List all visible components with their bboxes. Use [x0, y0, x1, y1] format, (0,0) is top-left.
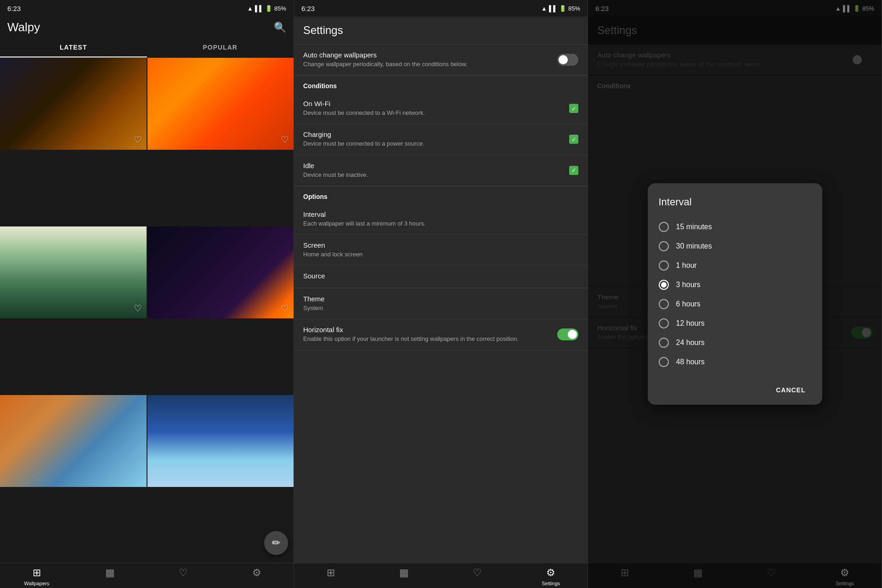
horizontal-fix-desc: Enable this option if your launcher is n…	[303, 335, 519, 343]
status-icons-1: ▲ ▌▌ 🔋 85%	[247, 5, 286, 12]
auto-change-section: Auto change wallpapers Change wallpaper …	[294, 44, 588, 75]
idle-checkbox[interactable]: ✓	[569, 166, 578, 175]
tab-bar: LATEST POPULAR	[0, 38, 294, 58]
nav-wallpapers-label: Wallpapers	[24, 581, 50, 586]
status-bar-1: 6:23 ▲ ▌▌ 🔋 85%	[0, 0, 294, 17]
wallpaper-item[interactable]: ♡	[0, 226, 147, 318]
collections-icon-2: ▦	[399, 567, 409, 579]
settings-icon-2: ⚙	[546, 567, 555, 579]
wallpapers-icon: ⊞	[33, 567, 41, 579]
dialog-title: Interval	[659, 196, 811, 208]
idle-condition-item[interactable]: Idle Device must be inactive. ✓	[294, 155, 588, 186]
wallpaper-item[interactable]: ♡	[0, 58, 147, 150]
source-title: Source	[303, 272, 578, 280]
radio-circle-48hours	[659, 357, 669, 367]
interval-dialog: Interval 15 minutes 30 minutes 1 hour 3 …	[648, 183, 822, 405]
signal-icon: ▌▌	[549, 5, 557, 12]
status-icons-2: ▲ ▌▌ 🔋 85%	[541, 5, 580, 12]
radio-label-3hours: 3 hours	[676, 281, 701, 289]
idle-condition-title: Idle	[303, 162, 368, 170]
interval-desc: Each wallpaper will last a minimum of 3 …	[303, 220, 578, 228]
favorite-icon[interactable]: ♡	[134, 303, 142, 314]
idle-condition-desc: Device must be inactive.	[303, 171, 368, 179]
radio-15min[interactable]: 15 minutes	[659, 217, 811, 237]
radio-12hours[interactable]: 12 hours	[659, 314, 811, 333]
horizontal-fix-item[interactable]: Horizontal fix Enable this option if you…	[294, 319, 588, 350]
radio-3hours[interactable]: 3 hours	[659, 275, 811, 294]
nav-collections-2[interactable]: ▦	[368, 567, 441, 586]
charging-condition-title: Charging	[303, 130, 424, 138]
nav-settings-label-2: Settings	[542, 581, 560, 586]
radio-6hours[interactable]: 6 hours	[659, 294, 811, 314]
horizontal-fix-title: Horizontal fix	[303, 326, 519, 334]
radio-circle-30min	[659, 241, 669, 251]
theme-title: Theme	[303, 295, 578, 303]
favorite-icon[interactable]: ♡	[281, 303, 289, 314]
nav-wallpapers[interactable]: ⊞ Wallpapers	[0, 567, 74, 586]
wifi-condition-desc: Device must be connected to a Wi-Fi netw…	[303, 109, 425, 117]
auto-change-item[interactable]: Auto change wallpapers Change wallpaper …	[294, 45, 588, 75]
interval-item[interactable]: Interval Each wallpaper will last a mini…	[294, 204, 588, 235]
radio-48hours[interactable]: 48 hours	[659, 352, 811, 372]
radio-circle-12hours	[659, 318, 669, 328]
tab-latest[interactable]: LATEST	[0, 38, 147, 57]
screen-title: Screen	[303, 241, 578, 249]
app-title: Walpy	[7, 20, 40, 34]
wallpaper-item[interactable]: ♡	[147, 58, 294, 150]
status-bar-2: 6:23 ▲ ▌▌ 🔋 85%	[294, 0, 588, 17]
wifi-condition-title: On Wi-Fi	[303, 100, 425, 107]
favorite-icon[interactable]: ♡	[281, 134, 289, 145]
radio-24hours[interactable]: 24 hours	[659, 333, 811, 352]
auto-change-toggle[interactable]	[557, 54, 578, 66]
radio-label-30min: 30 minutes	[676, 242, 712, 250]
options-label: Options	[294, 187, 588, 204]
interval-dialog-overlay: Interval 15 minutes 30 minutes 1 hour 3 …	[588, 0, 882, 588]
wallpaper-item[interactable]	[0, 395, 147, 487]
charging-checkbox[interactable]: ✓	[569, 135, 578, 144]
wifi-icon: ▲	[247, 5, 253, 12]
wifi-checkbox[interactable]: ✓	[569, 104, 578, 113]
bottom-nav-1: ⊞ Wallpapers ▦ ♡ ⚙	[0, 563, 294, 588]
wallpaper-item[interactable]	[147, 395, 294, 487]
wallpaper-grid: ♡ ♡ ♡ ♡	[0, 58, 294, 563]
auto-change-title: Auto change wallpapers	[303, 51, 468, 59]
favorite-icon[interactable]: ♡	[134, 134, 142, 145]
screen-desc: Home and lock screen	[303, 250, 578, 259]
conditions-section: Conditions On Wi-Fi Device must be conne…	[294, 75, 588, 186]
nav-wallpapers-2[interactable]: ⊞	[294, 567, 368, 586]
interval-title: Interval	[303, 210, 578, 218]
radio-label-15min: 15 minutes	[676, 223, 712, 231]
auto-change-desc: Change wallpaper periodically, based on …	[303, 60, 468, 68]
battery-icon: 🔋 85%	[265, 5, 286, 12]
search-icon[interactable]: 🔍	[274, 22, 286, 34]
theme-desc: System	[303, 304, 578, 312]
heart-icon-2: ♡	[473, 567, 482, 579]
radio-circle-1hour	[659, 260, 669, 271]
source-item[interactable]: Source	[294, 266, 588, 288]
radio-circle-6hours	[659, 299, 669, 309]
theme-item[interactable]: Theme System	[294, 288, 588, 319]
radio-1hour[interactable]: 1 hour	[659, 256, 811, 275]
screen-item[interactable]: Screen Home and lock screen	[294, 235, 588, 266]
nav-collections[interactable]: ▦	[74, 567, 147, 586]
radio-30min[interactable]: 30 minutes	[659, 237, 811, 256]
edit-fab[interactable]: ✏	[264, 531, 288, 555]
tab-popular[interactable]: POPULAR	[147, 38, 294, 57]
wallpaper-item[interactable]: ♡	[147, 226, 294, 318]
settings-header-2: Settings	[294, 17, 588, 44]
nav-settings[interactable]: ⚙	[220, 567, 294, 586]
horizontal-fix-toggle[interactable]	[557, 328, 578, 340]
cancel-button[interactable]: CANCEL	[770, 383, 811, 397]
nav-favorites-2[interactable]: ♡	[441, 567, 514, 586]
wifi-condition-item[interactable]: On Wi-Fi Device must be connected to a W…	[294, 93, 588, 124]
app-header: Walpy 🔍	[0, 17, 294, 38]
heart-icon: ♡	[179, 567, 188, 579]
dialog-actions: CANCEL	[659, 379, 811, 397]
radio-label-24hours: 24 hours	[676, 339, 705, 347]
signal-icon: ▌▌	[255, 5, 263, 12]
nav-favorites[interactable]: ♡	[147, 567, 220, 586]
panel-walpy: 6:23 ▲ ▌▌ 🔋 85% Walpy 🔍 LATEST POPULAR ♡…	[0, 0, 294, 588]
charging-condition-item[interactable]: Charging Device must be connected to a p…	[294, 124, 588, 155]
nav-settings-2[interactable]: ⚙ Settings	[514, 567, 588, 586]
radio-circle-24hours	[659, 338, 669, 348]
